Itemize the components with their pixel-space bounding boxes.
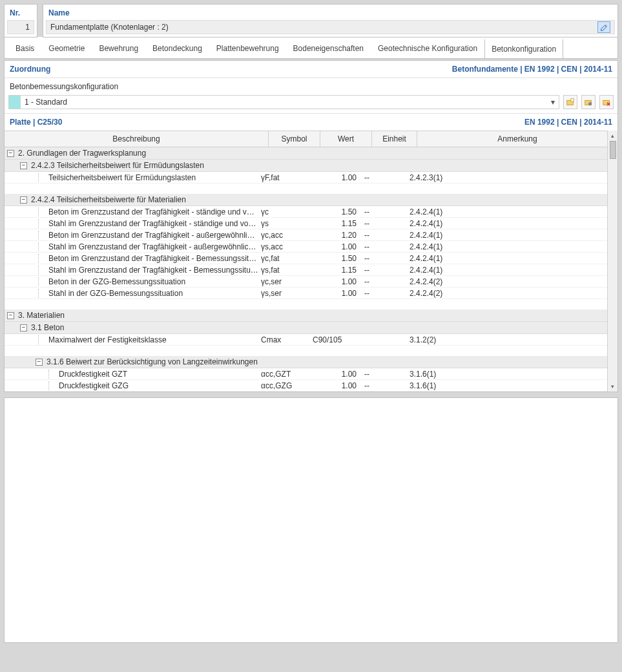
table-row[interactable]: Beton in der GZG-Bemessungssituation γc,… [5, 276, 607, 288]
name-value: Fundamentplatte (Knotenlager : 2) [50, 23, 169, 32]
nr-value: 1 [25, 23, 30, 32]
table-row[interactable]: Beton im Grenzzustand der Tragfähigkeit … [5, 229, 607, 241]
col-symbol[interactable]: Symbol [269, 131, 320, 147]
table-row[interactable]: Maximalwert der Festigkeitsklasse Cmax C… [5, 334, 607, 346]
table-row[interactable]: Druckfestigkeit GZG αcc,GZG 1.00 -- 3.1.… [5, 380, 607, 392]
new-folder-icon [566, 98, 575, 107]
tab-betonkonfiguration[interactable]: Betonkonfiguration [484, 39, 563, 58]
collapse-icon[interactable]: − [20, 196, 27, 204]
name-label: Name [43, 5, 617, 20]
table-row[interactable]: Stahl im Grenzzustand der Tragfähigkeit … [5, 264, 607, 276]
edit-icon [600, 23, 608, 32]
tab-bodeneigenschaften[interactable]: Bodeneigenschaften [286, 39, 371, 58]
collapse-icon[interactable]: − [36, 359, 43, 366]
col-value[interactable]: Wert [320, 131, 372, 147]
collapse-icon[interactable]: − [20, 162, 27, 169]
config-color-swatch [9, 96, 21, 109]
group-2-4-2-4[interactable]: − 2.4.2.4 Teilsicherheitsbeiwerte für Ma… [5, 194, 607, 206]
svg-rect-1 [571, 99, 574, 101]
tab-bar: Basis Geometrie Bewehrung Betondeckung P… [4, 37, 618, 59]
config-dropdown[interactable]: 1 - Standard ▾ [8, 95, 559, 109]
config-sub-label: Betonbemessungskonfiguration [5, 78, 617, 94]
chevron-down-icon: ▾ [547, 98, 559, 107]
tab-geotechnische-konfiguration[interactable]: Geotechnische Konfiguration [371, 39, 484, 58]
folder-gear-icon [584, 98, 593, 107]
tab-bewehrung[interactable]: Bewehrung [92, 39, 145, 58]
nr-label: Nr. [5, 5, 37, 20]
group-2-4-2-3[interactable]: − 2.4.2.3 Teilsicherheitsbeiwert für Erm… [5, 160, 607, 172]
collapse-icon[interactable]: − [7, 150, 14, 157]
table-row[interactable]: Druckfestigkeit GZT αcc,GZT 1.00 -- 3.1.… [5, 368, 607, 380]
tab-betondeckung[interactable]: Betondeckung [145, 39, 209, 58]
blank-panel [4, 397, 618, 643]
table-row[interactable]: Stahl im Grenzzustand der Tragfähigkeit … [5, 218, 607, 229]
scroll-up-icon[interactable]: ▴ [608, 131, 617, 141]
name-field[interactable]: Fundamentplatte (Knotenlager : 2) [46, 20, 615, 34]
table-row[interactable]: Stahl im Grenzzustand der Tragfähigkeit … [5, 241, 607, 253]
table-row[interactable]: Teilsicherheitsbeiwert für Ermüdungslast… [5, 172, 607, 184]
config-dropdown-value: 1 - Standard [21, 98, 71, 107]
tab-geometrie[interactable]: Geometrie [41, 39, 92, 58]
collapse-icon[interactable]: − [7, 312, 14, 319]
column-header-row: Beschreibung Symbol Wert Einheit Anmerku… [5, 131, 617, 147]
tab-plattenbewehrung[interactable]: Plattenbewehrung [209, 39, 286, 58]
assignment-title: Zuordnung [10, 65, 50, 74]
table-row[interactable]: Stahl in der GZG-Bemessungssituation γs,… [5, 288, 607, 299]
tab-basis[interactable]: Basis [8, 39, 41, 58]
new-config-button[interactable] [563, 95, 577, 109]
delete-config-button[interactable] [599, 95, 614, 109]
col-unit[interactable]: Einheit [372, 131, 417, 147]
folder-delete-icon [602, 98, 611, 107]
scroll-down-icon[interactable]: ▾ [608, 381, 617, 392]
table-row[interactable]: Beton im Grenzzustand der Tragfähigkeit … [5, 206, 607, 218]
group-3-1-6[interactable]: − 3.1.6 Beiwert zur Berücksichtigung von… [5, 356, 607, 368]
svg-point-3 [588, 102, 592, 105]
table-row[interactable]: Beton im Grenzzustand der Tragfähigkeit … [5, 253, 607, 264]
col-note[interactable]: Anmerkung [417, 131, 617, 147]
vertical-scrollbar[interactable]: ▴ ▾ [607, 131, 617, 392]
duplicate-config-button[interactable] [581, 95, 596, 109]
group-2[interactable]: − 2. Grundlagen der Tragwerksplanung [5, 147, 607, 160]
scroll-thumb[interactable] [610, 141, 616, 159]
col-desc[interactable]: Beschreibung [5, 131, 269, 147]
grid-right-title: EN 1992 | CEN | 2014-11 [524, 118, 612, 127]
assignment-standard: Betonfundamente | EN 1992 | CEN | 2014-1… [452, 65, 612, 74]
grid-left-title: Platte | C25/30 [10, 118, 62, 127]
edit-name-button[interactable] [597, 21, 610, 33]
collapse-icon[interactable]: − [20, 324, 27, 331]
group-3[interactable]: − 3. Materialien [5, 310, 607, 322]
group-3-1[interactable]: − 3.1 Beton [5, 322, 607, 334]
nr-field[interactable]: 1 [7, 20, 34, 34]
